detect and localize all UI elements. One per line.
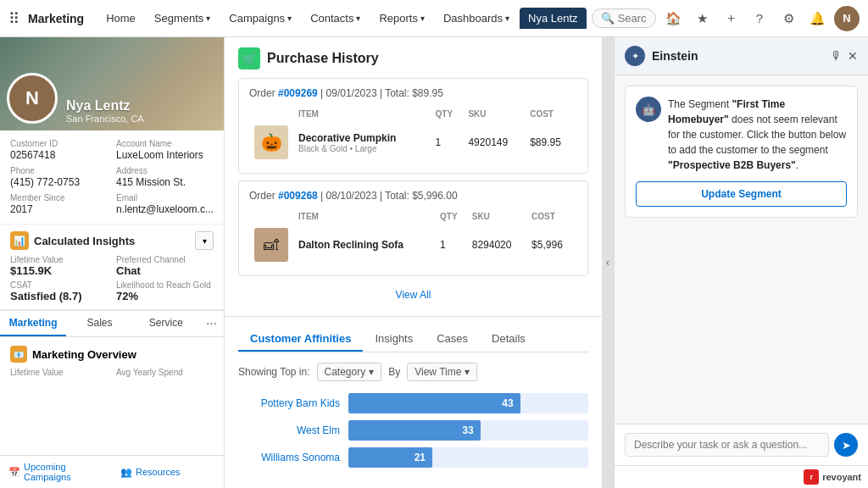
nav-contacts[interactable]: Contacts ▾ bbox=[302, 8, 369, 29]
bell-icon[interactable]: 🔔 bbox=[805, 7, 829, 30]
mkt-lifetime-value: Lifetime Value bbox=[10, 368, 108, 377]
qty-col-header: QTY bbox=[432, 108, 464, 120]
bar-label-2[interactable]: West Elm bbox=[238, 424, 340, 436]
order-1-cost: $89.95 bbox=[526, 122, 576, 163]
einstein-title: Einstein bbox=[652, 49, 698, 63]
send-button[interactable]: ➤ bbox=[834, 433, 858, 457]
panel-collapse-btn[interactable]: ‹ bbox=[602, 37, 614, 488]
nav-home[interactable]: Home bbox=[97, 8, 144, 29]
address-value: 415 Mission St. bbox=[116, 176, 186, 188]
order-2-cost: $5,996 bbox=[528, 225, 576, 265]
bar-label-1[interactable]: Pottery Barn Kids bbox=[238, 397, 340, 409]
tab-details[interactable]: Details bbox=[480, 327, 537, 352]
bar-fill-3: 21 bbox=[348, 447, 432, 468]
item-sub: Black & Gold • Large bbox=[298, 144, 427, 153]
customer-id-label: Customer ID bbox=[10, 139, 108, 148]
csat-value: Satisfied (8.7) bbox=[10, 290, 82, 302]
tab-sales[interactable]: Sales bbox=[66, 311, 132, 336]
showing-top-label: Showing Top in: bbox=[238, 366, 310, 378]
view-all-link[interactable]: View All bbox=[396, 289, 431, 301]
tab-cases[interactable]: Cases bbox=[425, 327, 480, 352]
update-segment-button[interactable]: Update Segment bbox=[636, 181, 847, 207]
search-bar[interactable]: 🔍 bbox=[592, 8, 656, 28]
bar-value-2: 33 bbox=[462, 424, 473, 436]
star-icon[interactable]: ★ bbox=[690, 7, 714, 30]
mkt-avg-spend: Avg Yearly Spend bbox=[116, 368, 214, 377]
einstein-header: ✦ Einstein 🎙 ✕ bbox=[615, 37, 868, 75]
view-time-option: View Time bbox=[415, 366, 461, 378]
lifetime-value-item: Lifetime Value $115.9K bbox=[10, 255, 108, 277]
tab-marketing[interactable]: Marketing bbox=[0, 311, 66, 336]
likelihood-label: Likelihood to Reach Gold bbox=[116, 280, 214, 290]
microphone-btn[interactable]: 🎙 bbox=[831, 49, 843, 63]
preferred-channel-item: Preferred Channel Chat bbox=[116, 255, 214, 277]
settings-icon[interactable]: ⚙ bbox=[776, 7, 800, 30]
upcoming-campaigns-btn[interactable]: 📅 Upcoming Campaigns bbox=[0, 456, 112, 488]
insights-icon: 📊 bbox=[10, 231, 29, 250]
sofa-thumb: 🛋 bbox=[254, 228, 288, 262]
left-panel: N Nya Lentz San Francisco, CA Customer I… bbox=[0, 37, 225, 488]
account-name-label: Account Name bbox=[116, 139, 214, 148]
sofa-name: Dalton Reclining Sofa bbox=[298, 239, 431, 251]
sku-col-header-2: SKU bbox=[469, 210, 526, 223]
marketing-section: 📧 Marketing Overview Lifetime Value Avg … bbox=[0, 337, 224, 385]
order-2-link[interactable]: #009268 bbox=[278, 190, 318, 202]
resources-btn[interactable]: 👥 Resources bbox=[112, 456, 224, 488]
nav-active-tab[interactable]: Nya Lentz bbox=[520, 8, 587, 29]
insights-dropdown[interactable]: ▾ bbox=[195, 231, 214, 250]
insights-header: 📊 Calculated Insights ▾ bbox=[10, 231, 214, 250]
segment-target: "Prospective B2B Buyers" bbox=[668, 159, 796, 171]
grid-icon[interactable]: ⠿ bbox=[8, 9, 19, 28]
phone-value: (415) 772-0753 bbox=[10, 176, 80, 188]
help-icon[interactable]: ? bbox=[748, 7, 771, 30]
bar-row-1: Pottery Barn Kids 43 bbox=[238, 393, 588, 413]
marketing-grid: Lifetime Value Avg Yearly Spend bbox=[10, 368, 214, 377]
einstein-panel: ✦ Einstein 🎙 ✕ 🤖 The Segment "First Time… bbox=[614, 37, 868, 488]
close-btn[interactable]: ✕ bbox=[848, 49, 858, 63]
purchase-history-section: 🛒 Purchase History Order #009269 | 09/01… bbox=[225, 37, 602, 317]
order-2-header: Order #009268 | 08/10/2023 | Total: $5,9… bbox=[249, 190, 577, 202]
message-part1: The Segment bbox=[668, 98, 732, 110]
pumpkin-thumb: 🎃 bbox=[254, 125, 288, 159]
bar-track-1: 43 bbox=[348, 393, 588, 413]
insights-title-row: 📊 Calculated Insights bbox=[10, 231, 135, 250]
order-1-link[interactable]: #009269 bbox=[278, 87, 318, 99]
nav-dashboards[interactable]: Dashboards ▾ bbox=[435, 8, 518, 29]
phone-field: Phone (415) 772-0753 bbox=[10, 166, 108, 188]
order-1-block: Order #009269 | 09/01/2023 | Total: $89.… bbox=[238, 78, 588, 174]
view-time-select[interactable]: View Time ▾ bbox=[407, 363, 477, 381]
mkt-avg-label: Avg Yearly Spend bbox=[116, 368, 214, 377]
add-icon[interactable]: ＋ bbox=[719, 7, 743, 30]
member-since-value: 2017 bbox=[10, 203, 33, 215]
home-icon[interactable]: 🏠 bbox=[661, 7, 685, 30]
phone-label: Phone bbox=[10, 166, 108, 175]
tab-more[interactable]: ⋯ bbox=[199, 311, 224, 336]
email-field: Email n.lentz@luxeloom.c... bbox=[116, 193, 214, 215]
category-select[interactable]: Category ▾ bbox=[317, 363, 382, 381]
bar-row-2: West Elm 33 bbox=[238, 420, 588, 441]
tab-insights[interactable]: Insights bbox=[363, 327, 425, 352]
order-1-sku: 4920149 bbox=[465, 122, 525, 163]
nav-segments[interactable]: Segments ▾ bbox=[146, 8, 220, 29]
tab-customer-affinities[interactable]: Customer Affinities bbox=[238, 327, 363, 352]
order-1-header: Order #009269 | 09/01/2023 | Total: $89.… bbox=[249, 87, 577, 99]
address-label: Address bbox=[116, 166, 214, 175]
bar-label-3[interactable]: Williams Sonoma bbox=[238, 452, 340, 463]
csat-label: CSAT bbox=[10, 280, 108, 290]
profile-name: Nya Lentz bbox=[66, 98, 144, 114]
lifetime-value-label: Lifetime Value bbox=[10, 255, 108, 264]
avatar[interactable]: N bbox=[834, 6, 860, 31]
tab-service[interactable]: Service bbox=[133, 311, 199, 336]
einstein-message: The Segment "First Time Homebuyer" does … bbox=[668, 97, 847, 173]
chat-input[interactable] bbox=[625, 433, 829, 457]
order-1-table: ITEM QTY SKU COST 🎃 Decorative Pumpkin B… bbox=[249, 106, 577, 164]
nav-reports[interactable]: Reports ▾ bbox=[370, 8, 433, 29]
profile-tabs: Marketing Sales Service ⋯ bbox=[0, 310, 224, 337]
customer-id-value: 02567418 bbox=[10, 149, 55, 161]
nav-campaigns[interactable]: Campaigns ▾ bbox=[220, 8, 300, 29]
einstein-title-row: ✦ Einstein bbox=[625, 46, 698, 66]
mkt-lifetime-label: Lifetime Value bbox=[10, 368, 108, 377]
insights-label: Calculated Insights bbox=[34, 235, 135, 247]
search-input[interactable] bbox=[618, 12, 647, 25]
view-all-row: View All bbox=[238, 283, 588, 306]
